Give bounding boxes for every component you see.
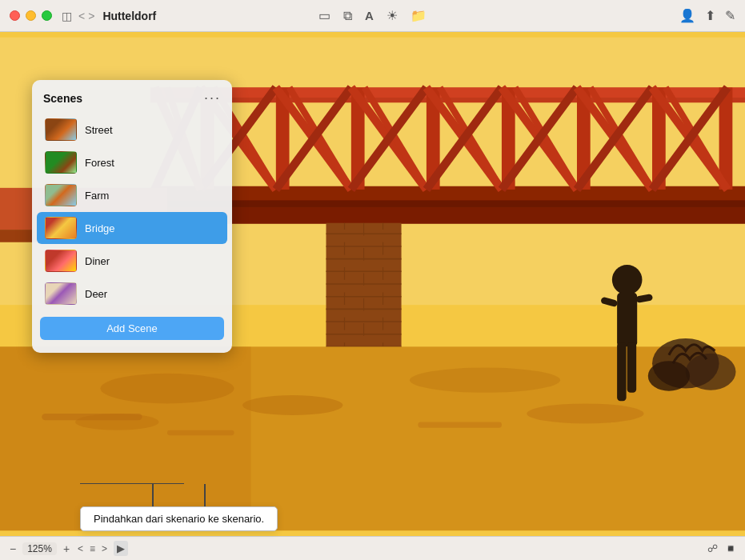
scene-thumb-farm [45,184,77,206]
scene-name-bridge: Bridge [85,222,115,234]
titlebar: ◫ < > Hutteldorf ▭ ⧉ A ☀ 📁 👤 ⬆ ✎ [0,0,745,32]
forward-button[interactable]: > [88,10,94,22]
close-button[interactable] [10,10,20,21]
scene-list-button[interactable]: ≡ [90,543,95,554]
svg-point-73 [686,354,736,390]
document-title: Hutteldorf [102,10,156,22]
caption-container: Pindahkan dari skenario ke skenario. [80,483,278,532]
collaborator-icon[interactable]: 👤 [679,8,695,23]
share-icon[interactable]: ⬆ [705,8,715,23]
callout-left-line [152,484,154,506]
scene-name-diner: Diner [85,255,110,267]
nav-arrows: < > [78,10,94,22]
zoom-level-display[interactable]: 125% [22,542,57,555]
svg-rect-39 [150,201,745,207]
scenes-panel: Scenes ··· StreetForestFarmBridgeDinerDe… [32,80,232,353]
connect-icon[interactable]: ☍ [707,542,718,554]
scene-thumb-bridge [45,217,77,239]
scene-name-street: Street [85,124,113,136]
duplicate-icon[interactable]: ⧉ [343,9,352,23]
scene-item-forest[interactable]: Forest [37,146,227,178]
svg-point-65 [527,403,643,423]
scene-thumb-deer [45,282,77,305]
folder-icon[interactable]: 📁 [411,8,427,23]
back-button[interactable]: < [78,10,85,22]
scene-thumb-street [45,118,77,141]
toolbar-right: 👤 ⬆ ✎ [679,8,735,23]
scenes-more-button[interactable]: ··· [204,90,221,106]
scenes-panel-title: Scenes [43,92,82,105]
scene-item-diner[interactable]: Diner [37,245,227,277]
bottom-bar: − 125% + < ≡ > ▶ ☍ ◾ [0,536,745,560]
bottom-right-controls: ☍ ◾ [707,542,737,554]
fullscreen-icon[interactable]: ◾ [724,542,737,554]
scene-item-bridge[interactable]: Bridge [37,212,227,244]
zoom-in-button[interactable]: + [62,542,71,555]
minimize-button[interactable] [26,10,36,21]
callout-right-line [204,484,206,506]
fullscreen-button[interactable] [42,10,52,21]
svg-rect-67 [617,292,637,346]
svg-point-74 [648,361,690,391]
toolbar-center: ▭ ⧉ A ☀ 📁 [318,8,427,23]
scene-item-farm[interactable]: Farm [37,179,227,211]
svg-rect-79 [167,430,234,435]
svg-rect-68 [617,342,626,401]
prev-scene-button[interactable]: < [76,543,85,554]
scene-name-farm: Farm [85,190,109,202]
zoom-out-button[interactable]: − [8,542,18,555]
add-scene-button[interactable]: Add Scene [40,317,224,340]
svg-rect-78 [42,414,142,420]
svg-point-66 [612,265,643,295]
image-icon[interactable]: ☀ [387,8,398,23]
scene-thumb-forest [45,151,77,174]
sidebar-toggle-icon[interactable]: ◫ [62,10,72,22]
scene-item-street[interactable]: Street [37,114,227,146]
next-scene-button[interactable]: > [100,543,109,554]
scene-list: StreetForestFarmBridgeDinerDeer [32,114,232,310]
scene-name-forest: Forest [85,157,114,169]
scenes-header: Scenes ··· [32,80,232,113]
svg-rect-69 [627,342,636,393]
caption-text-box: Pindahkan dari skenario ke skenario. [80,506,278,531]
scene-name-deer: Deer [85,288,107,300]
bottom-left-controls: − 125% + < ≡ > ▶ [8,541,128,556]
callout-vertical-lines [127,484,231,506]
svg-point-62 [242,395,342,415]
traffic-lights [10,10,52,21]
canvas-area: Scenes ··· StreetForestFarmBridgeDinerDe… [0,32,745,536]
subtitles-icon[interactable]: ▭ [318,8,330,23]
svg-rect-80 [418,422,501,427]
play-button[interactable]: ▶ [114,541,128,556]
text-icon[interactable]: A [365,9,374,22]
edit-icon[interactable]: ✎ [725,8,735,23]
svg-point-64 [410,367,560,392]
scene-thumb-diner [45,250,77,272]
scene-item-deer[interactable]: Deer [37,278,227,310]
